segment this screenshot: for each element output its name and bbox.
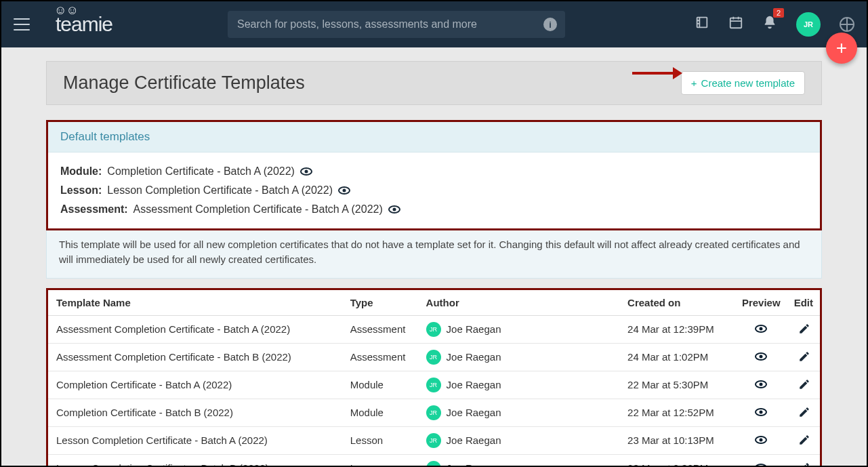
calendar-icon[interactable] [728,15,743,34]
cell-author: JRJoe Raegan [419,343,621,371]
cell-edit[interactable] [787,371,820,399]
cell-type: Module [344,399,419,426]
cell-name[interactable]: Completion Certificate - Batch B (2022) [48,399,344,426]
table-row: Lesson Completion Certificate - Batch A … [48,426,820,454]
search-input[interactable] [236,18,543,31]
col-author[interactable]: Author [419,290,621,316]
cell-created: 22 Mar at 5:30PM [621,371,735,399]
author-avatar: JR [426,350,441,365]
cell-created: 24 Mar at 1:02PM [621,343,735,371]
eye-icon[interactable] [338,186,350,195]
default-templates-panel: Default templates Module: Completion Cer… [46,120,822,230]
author-avatar: JR [426,433,441,448]
author-avatar: JR [426,405,441,420]
page-header: Manage Certificate Templates + Create ne… [46,61,822,105]
cell-type: Lesson [344,454,419,467]
cell-author: JRJoe Raegan [419,315,621,343]
cell-author: JRJoe Raegan [419,426,621,454]
cell-name[interactable]: Assessment Completion Certificate - Batc… [48,343,344,371]
cell-created: 24 Mar at 12:39PM [621,315,735,343]
cell-edit[interactable] [787,426,820,454]
cell-created: 23 Mar at 2:32PM [621,454,735,467]
col-type[interactable]: Type [344,290,419,316]
brand-logo[interactable]: ☺☺teamie [56,13,112,36]
cell-edit[interactable] [787,315,820,343]
cell-created: 23 Mar at 10:13PM [621,426,735,454]
create-template-label: Create new template [701,77,795,89]
cell-name[interactable]: Assessment Completion Certificate - Batc… [48,315,344,343]
cell-edit[interactable] [787,454,820,467]
eye-icon[interactable] [300,167,312,176]
help-globe-icon[interactable] [840,17,854,32]
default-templates-description: This template will be used for all new c… [46,230,822,279]
cell-preview[interactable] [735,426,787,454]
table-row: Assessment Completion Certificate - Batc… [48,343,820,371]
eye-icon[interactable] [755,408,767,416]
cell-preview[interactable] [735,399,787,426]
cell-name[interactable]: Lesson Completion Certificate - Batch A … [48,426,344,454]
menu-toggle-icon[interactable] [14,18,30,31]
plus-icon: + [691,77,697,89]
cell-name[interactable]: Completion Certificate - Batch A (2022) [48,371,344,399]
pencil-icon[interactable] [798,323,809,333]
cell-preview[interactable] [735,454,787,467]
eye-icon[interactable] [755,436,767,444]
svg-rect-0 [697,18,707,28]
default-templates-heading: Default templates [48,122,820,153]
global-search[interactable]: i [228,11,565,38]
eye-icon[interactable] [755,352,767,361]
col-created[interactable]: Created on [621,290,735,316]
avatar[interactable]: JR [796,12,821,37]
author-avatar: JR [426,322,441,337]
create-template-button[interactable]: + Create new template [681,71,805,95]
cell-preview[interactable] [735,315,787,343]
default-lesson-row: Lesson: Lesson Completion Certificate - … [60,181,808,200]
notifications-icon[interactable]: 2 [762,15,777,34]
cell-edit[interactable] [787,399,820,426]
top-nav: ☺☺teamie i 2 JR [1,1,867,47]
table-row: Completion Certificate - Batch A (2022)M… [48,371,820,399]
annotation-arrow [632,72,673,75]
table-row: Completion Certificate - Batch B (2022)M… [48,399,820,426]
default-module-row: Module: Completion Certificate - Batch A… [60,162,808,181]
templates-table-wrap: Template Name Type Author Created on Pre… [46,288,822,468]
cell-author: JRJoe Raegan [419,399,621,426]
cell-author: JRJoe Raegan [419,371,621,399]
table-row: Lesson Completion Certificate - Batch B … [48,454,820,467]
floating-add-button[interactable]: + [826,33,857,64]
eye-icon[interactable] [755,464,767,467]
notification-badge: 2 [773,8,784,18]
library-icon[interactable] [695,15,709,34]
pencil-icon[interactable] [798,350,809,361]
cell-created: 22 Mar at 12:52PM [621,399,735,426]
info-icon[interactable]: i [543,18,557,31]
eye-icon[interactable] [388,205,400,214]
nav-icon-group: 2 JR [695,12,854,37]
col-preview: Preview [735,290,787,316]
col-edit: Edit [787,290,820,316]
cell-preview[interactable] [735,343,787,371]
cell-type: Assessment [344,315,419,343]
default-assessment-row: Assessment: Assessment Completion Certif… [60,200,808,219]
pencil-icon[interactable] [798,406,809,417]
cell-type: Lesson [344,426,419,454]
eye-icon[interactable] [755,380,767,388]
cell-author: JRJoe Raegan [419,454,621,467]
templates-table: Template Name Type Author Created on Pre… [48,290,820,468]
svg-rect-1 [730,18,742,28]
pencil-icon[interactable] [798,462,809,467]
pencil-icon[interactable] [798,378,809,389]
cell-type: Module [344,371,419,399]
author-avatar: JR [426,461,441,468]
page-title: Manage Certificate Templates [63,73,305,94]
cell-preview[interactable] [735,371,787,399]
eye-icon[interactable] [755,325,767,333]
table-row: Assessment Completion Certificate - Batc… [48,315,820,343]
pencil-icon[interactable] [798,434,809,445]
cell-edit[interactable] [787,343,820,371]
col-template-name[interactable]: Template Name [48,290,344,316]
cell-name[interactable]: Lesson Completion Certificate - Batch B … [48,454,344,467]
author-avatar: JR [426,378,441,392]
cell-type: Assessment [344,343,419,371]
